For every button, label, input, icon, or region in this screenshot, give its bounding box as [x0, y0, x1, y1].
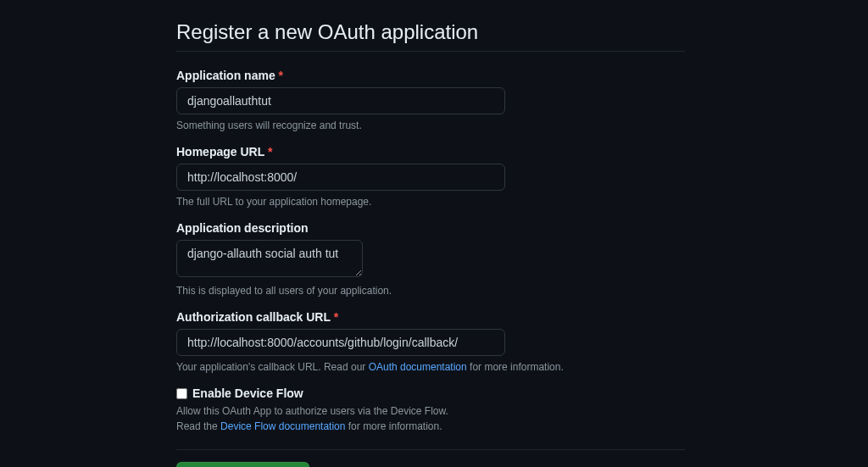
app-name-label-text: Application name: [176, 69, 275, 82]
description-input[interactable]: <span class="wavy-red">django</span>-<sp…: [176, 240, 363, 277]
required-marker: *: [268, 145, 272, 158]
register-button[interactable]: Register application: [176, 462, 309, 467]
page-title: Register a new OAuth application: [176, 20, 685, 52]
device-flow-hint-line2: Read the Device Flow documentation for m…: [176, 419, 685, 434]
description-group: Application description <span class="wav…: [176, 221, 685, 297]
button-group: Register application Cancel: [176, 462, 685, 467]
device-flow-hint-line1: Allow this OAuth App to authorize users …: [176, 403, 685, 419]
oauth-docs-link[interactable]: OAuth documentation: [369, 361, 467, 373]
form-container: Register a new OAuth application Applica…: [176, 20, 685, 467]
callback-url-input[interactable]: [176, 329, 505, 356]
app-name-group: Application name * Something users will …: [176, 69, 685, 131]
homepage-url-label-text: Homepage URL: [176, 145, 264, 158]
homepage-url-label: Homepage URL *: [176, 145, 685, 158]
required-marker: *: [334, 310, 338, 324]
device-flow-label: Enable Device Flow: [192, 386, 303, 400]
device-flow-hint: Allow this OAuth App to authorize users …: [176, 403, 685, 434]
description-label: Application description: [176, 221, 685, 235]
app-name-input[interactable]: [176, 87, 505, 114]
device-flow-hint-prefix: Read the: [176, 420, 220, 432]
homepage-url-hint: The full URL to your application homepag…: [176, 196, 685, 208]
device-flow-group: Enable Device Flow Allow this OAuth App …: [176, 386, 685, 434]
callback-hint-suffix: for more information.: [467, 361, 564, 373]
homepage-url-input[interactable]: [176, 164, 505, 191]
device-flow-checkbox-wrapper: Enable Device Flow: [176, 386, 685, 400]
app-name-hint: Something users will recognize and trust…: [176, 120, 685, 131]
callback-hint-prefix: Your application's callback URL. Read ou…: [176, 361, 369, 373]
homepage-url-group: Homepage URL * The full URL to your appl…: [176, 145, 685, 208]
callback-url-hint: Your application's callback URL. Read ou…: [176, 361, 685, 373]
description-hint: This is displayed to all users of your a…: [176, 285, 685, 297]
required-marker: *: [279, 69, 283, 82]
device-flow-docs-link[interactable]: Device Flow documentation: [220, 420, 345, 432]
device-flow-hint-suffix: for more information.: [345, 420, 442, 432]
callback-url-label-text: Authorization callback URL: [176, 310, 331, 324]
divider: [176, 449, 685, 450]
callback-url-group: Authorization callback URL * Your applic…: [176, 310, 685, 373]
app-name-label: Application name *: [176, 69, 685, 82]
callback-url-label: Authorization callback URL *: [176, 310, 685, 324]
description-label-text: Application description: [176, 221, 309, 235]
device-flow-checkbox[interactable]: [176, 388, 187, 399]
